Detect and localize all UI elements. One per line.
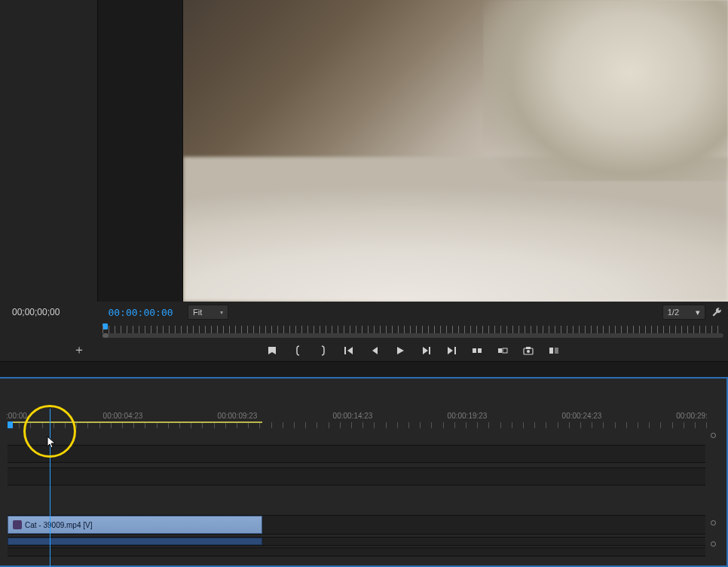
svg-point-5 bbox=[527, 350, 530, 353]
resolution-label: 1/2 bbox=[668, 308, 679, 317]
timeline-playhead-line bbox=[50, 409, 50, 567]
zoom-fit-dropdown[interactable]: Fit ▾ bbox=[188, 305, 228, 320]
svg-rect-3 bbox=[503, 348, 507, 353]
audio-clip[interactable] bbox=[8, 538, 262, 545]
mark-in-icon[interactable] bbox=[266, 345, 278, 357]
step-back-icon[interactable] bbox=[369, 345, 381, 357]
chevron-down-icon: ▾ bbox=[220, 309, 223, 316]
monitor-controls-row: 00;00;00;00 00:00:00:00 Fit ▾ 1/2 ▾ bbox=[0, 302, 728, 323]
timeline-ruler-ticks bbox=[8, 422, 711, 428]
program-timecode[interactable]: 00:00:00:00 bbox=[98, 307, 183, 318]
clip-label: Cat - 39009.mp4 [V] bbox=[25, 521, 93, 529]
svg-rect-7 bbox=[549, 348, 553, 354]
in-bracket-icon[interactable] bbox=[292, 345, 304, 357]
zoom-fit-label: Fit bbox=[193, 308, 202, 317]
track-scroll-bottom-knob[interactable] bbox=[711, 541, 716, 547]
transport-row: ＋ bbox=[0, 339, 728, 362]
monitor-ruler-ticks bbox=[102, 326, 723, 333]
chevron-down-icon: ▾ bbox=[696, 308, 700, 317]
video-track-v1[interactable]: Cat - 39009.mp4 [V] bbox=[8, 515, 705, 535]
audio-track-a1[interactable] bbox=[8, 537, 705, 546]
svg-rect-8 bbox=[555, 348, 558, 354]
track-scroll-mid-knob[interactable] bbox=[711, 520, 716, 526]
insert-icon[interactable] bbox=[471, 345, 483, 357]
go-to-out-icon[interactable] bbox=[445, 345, 457, 357]
go-to-in-icon[interactable] bbox=[343, 345, 355, 357]
svg-rect-2 bbox=[498, 348, 502, 353]
timeline-ruler-label: 00:00:14:23 bbox=[333, 412, 373, 420]
monitor-row bbox=[0, 0, 728, 302]
work-area-bar[interactable] bbox=[8, 421, 262, 423]
timeline-panel: :00:0000:00:04:2300:00:09:2300:00:14:230… bbox=[0, 377, 728, 567]
transport-controls bbox=[98, 339, 728, 361]
video-track-v3[interactable] bbox=[8, 445, 705, 463]
out-bracket-icon[interactable] bbox=[317, 345, 329, 357]
timeline-ruler-label: 00:00:24:23 bbox=[562, 412, 602, 420]
source-timecode[interactable]: 00;00;00;00 bbox=[0, 307, 98, 317]
video-preview-frame bbox=[183, 0, 728, 302]
source-panel-dark bbox=[0, 0, 98, 302]
timeline-ruler-label: 00:00:19:23 bbox=[448, 412, 488, 420]
video-clip[interactable]: Cat - 39009.mp4 [V] bbox=[8, 516, 262, 534]
source-panel-gap bbox=[98, 0, 183, 302]
timeline-ruler-label: 00:00:09:23 bbox=[218, 412, 258, 420]
timeline-ruler[interactable]: :00:0000:00:04:2300:00:09:2300:00:14:230… bbox=[0, 409, 726, 428]
fx-badge-icon bbox=[13, 520, 22, 529]
svg-rect-6 bbox=[526, 347, 531, 349]
svg-rect-1 bbox=[478, 348, 482, 353]
overwrite-icon[interactable] bbox=[497, 345, 509, 357]
audio-track-a2[interactable] bbox=[8, 547, 705, 556]
export-frame-icon[interactable] bbox=[522, 345, 534, 357]
svg-rect-0 bbox=[473, 348, 476, 353]
timeline-ruler-label: :00:00 bbox=[6, 412, 27, 420]
add-marker-button[interactable]: ＋ bbox=[72, 344, 86, 357]
timeline-tracks: Cat - 39009.mp4 [V] bbox=[0, 428, 726, 564]
program-monitor[interactable] bbox=[183, 0, 728, 302]
monitor-zoom-knob[interactable] bbox=[102, 333, 109, 338]
timeline-ruler-label: 00:00:04:23 bbox=[103, 412, 143, 420]
track-scroll-top-knob[interactable] bbox=[711, 433, 716, 438]
step-forward-icon[interactable] bbox=[420, 345, 432, 357]
timeline-playhead-handle[interactable] bbox=[8, 421, 13, 428]
monitor-ruler[interactable] bbox=[98, 323, 728, 339]
resolution-dropdown[interactable]: 1/2 ▾ bbox=[662, 305, 705, 320]
video-track-v2[interactable] bbox=[8, 467, 705, 486]
settings-wrench-icon[interactable] bbox=[710, 305, 723, 319]
timeline-ruler-labels: :00:0000:00:04:2300:00:09:2300:00:14:230… bbox=[0, 412, 711, 421]
play-icon[interactable] bbox=[394, 345, 406, 357]
timeline-ruler-label: 00:00:29: bbox=[676, 412, 708, 420]
comparison-view-icon[interactable] bbox=[548, 345, 560, 357]
monitor-controls-right: Fit ▾ 1/2 ▾ bbox=[183, 305, 728, 320]
monitor-zoom-scrollbar[interactable] bbox=[102, 333, 723, 338]
monitor-ruler-row bbox=[0, 323, 728, 339]
panel-divider[interactable] bbox=[0, 362, 728, 377]
